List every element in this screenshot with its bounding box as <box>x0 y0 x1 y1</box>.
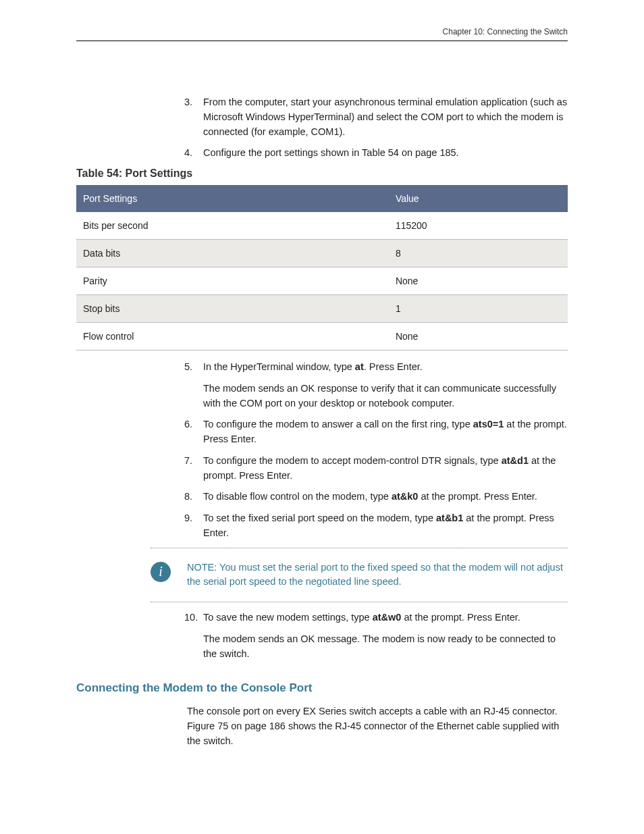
note-text: NOTE: You must set the serial port to th… <box>187 561 568 590</box>
item-body: To configure the modem to accept modem-c… <box>203 454 568 484</box>
table-cell: Flow control <box>76 323 389 350</box>
table-cell: 8 <box>389 240 568 267</box>
ordered-list-part2: 5. In the HyperTerminal window, type at.… <box>76 360 568 541</box>
item-number: 4. <box>184 146 203 161</box>
item-number: 7. <box>184 454 203 484</box>
item-body: To save the new modem settings, type at&… <box>203 610 568 625</box>
item-number: 6. <box>184 417 203 447</box>
table-cell: Stop bits <box>76 295 389 323</box>
item-number: 8. <box>184 490 203 504</box>
section-heading: Connecting the Modem to the Console Port <box>76 681 568 695</box>
item-body: To disable flow control on the modem, ty… <box>203 490 568 504</box>
list-item: 5. In the HyperTerminal window, type at.… <box>76 360 568 411</box>
table-cell: Parity <box>76 267 389 295</box>
list-item: 9. To set the fixed serial port speed on… <box>76 511 568 541</box>
page-header: Chapter 10: Connecting the Switch <box>76 27 568 41</box>
item-number: 10. <box>184 610 203 661</box>
item-number: 5. <box>184 360 203 411</box>
table-cell: None <box>389 267 568 295</box>
list-item: 4. Configure the port settings shown in … <box>76 146 568 161</box>
item-body: To set the fixed serial port speed on th… <box>203 511 568 541</box>
list-item: 6. To configure the modem to answer a ca… <box>76 417 568 447</box>
table-cell: Data bits <box>76 240 389 267</box>
table-header: Value <box>389 185 568 212</box>
port-settings-table: Port Settings Value Bits per second11520… <box>76 185 568 350</box>
list-item: 10. To save the new modem settings, type… <box>76 610 568 661</box>
list-item: 7. To configure the modem to accept mode… <box>76 454 568 484</box>
list-item: 3. From the computer, start your asynchr… <box>76 95 568 139</box>
table-cell: None <box>389 323 568 350</box>
table-header: Port Settings <box>76 185 389 212</box>
item-body: In the HyperTerminal window, type at. Pr… <box>203 360 568 375</box>
table-cell: 1 <box>389 295 568 323</box>
table-cell: 115200 <box>389 212 568 240</box>
table-caption: Table 54: Port Settings <box>76 167 568 180</box>
section-paragraph: The console port on every EX Series swit… <box>76 704 568 748</box>
ordered-list-part3: 10. To save the new modem settings, type… <box>76 610 568 661</box>
item-body: From the computer, start your asynchrono… <box>203 95 568 139</box>
item-para: The modem sends an OK message. The modem… <box>203 632 568 662</box>
list-item: 8. To disable flow control on the modem,… <box>76 490 568 504</box>
item-body: To configure the modem to answer a call … <box>203 417 568 447</box>
table-cell: Bits per second <box>76 212 389 240</box>
ordered-list-part1: 3. From the computer, start your asynchr… <box>76 95 568 161</box>
item-para: The modem sends an OK response to verify… <box>203 382 568 411</box>
item-number: 3. <box>184 95 203 139</box>
item-body: Configure the port settings shown in Tab… <box>203 146 568 161</box>
item-number: 9. <box>184 511 203 541</box>
info-icon: i <box>151 562 171 582</box>
note-callout: i NOTE: You must set the serial port to … <box>151 548 568 603</box>
